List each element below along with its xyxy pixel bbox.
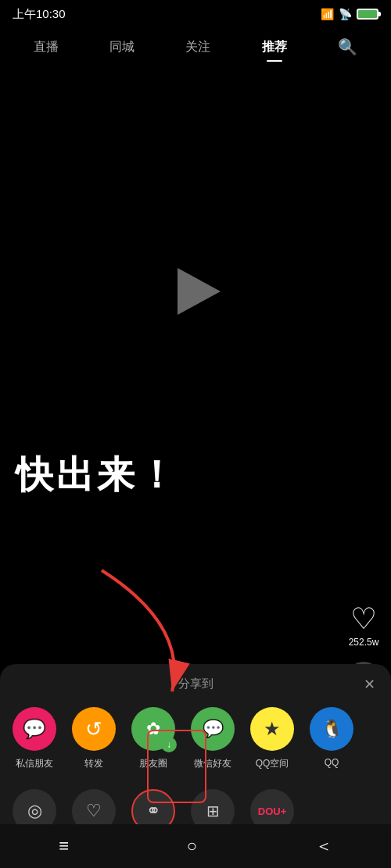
- repost-label: 转发: [84, 757, 103, 770]
- share-item-qqzone[interactable]: ★ QQ空间: [250, 707, 294, 770]
- bottom-nav-back[interactable]: ＜: [303, 828, 345, 864]
- nav-item-follow[interactable]: 关注: [179, 36, 217, 59]
- moments-label: 朋友圈: [139, 757, 167, 770]
- search-icon[interactable]: 🔍: [332, 34, 364, 59]
- bottom-nav-home[interactable]: ○: [174, 830, 210, 863]
- status-icons: 📶 📡: [321, 8, 378, 20]
- share-item-private-message[interactable]: 💬 私信朋友: [13, 707, 56, 770]
- video-title: 快出来！: [16, 450, 178, 500]
- qq-label: QQ: [325, 757, 339, 768]
- repost-icon: ↺: [72, 707, 116, 751]
- nav-item-nearby[interactable]: 同城: [103, 36, 141, 59]
- share-item-wechat[interactable]: 💬 微信好友: [191, 707, 235, 770]
- nav-item-recommend[interactable]: 推荐: [256, 36, 293, 59]
- share-item-repost[interactable]: ↺ 转发: [72, 707, 116, 770]
- like-count: 252.5w: [349, 637, 379, 648]
- top-nav: 直播 同城 关注 推荐 🔍: [0, 28, 391, 66]
- status-time: 上午10:30: [13, 7, 66, 22]
- share-item-qq[interactable]: 🐧 QQ: [310, 707, 353, 770]
- nav-item-live[interactable]: 直播: [27, 36, 65, 59]
- qqzone-label: QQ空间: [256, 757, 289, 770]
- moments-icon: ✿ ↓: [131, 707, 175, 751]
- share-header: 分享到 ✕: [0, 677, 391, 691]
- share-close-button[interactable]: ✕: [364, 676, 375, 693]
- heart-icon: ♡: [350, 604, 377, 634]
- wechat-label: 微信好友: [194, 757, 231, 770]
- status-bar: 上午10:30 📶 📡: [0, 0, 391, 28]
- signal-icon: 📶: [321, 8, 334, 20]
- share-icons-row: 💬 私信朋友 ↺ 转发 ✿ ↓ 朋友圈 💬: [0, 707, 391, 770]
- qq-icon: 🐧: [310, 707, 353, 751]
- share-title: 分享到: [178, 677, 213, 691]
- wechat-icon: 💬: [191, 707, 235, 751]
- private-message-icon: 💬: [13, 707, 56, 751]
- share-item-moments[interactable]: ✿ ↓ 朋友圈: [131, 707, 175, 770]
- battery-icon: [357, 9, 378, 20]
- qqzone-icon: ★: [250, 707, 294, 751]
- play-triangle-icon: [178, 268, 221, 315]
- private-message-label: 私信朋友: [16, 757, 53, 770]
- bottom-nav-menu[interactable]: ≡: [46, 830, 81, 863]
- play-button[interactable]: [168, 264, 223, 319]
- like-button[interactable]: ♡ 252.5w: [349, 604, 379, 648]
- video-area[interactable]: 快出来！: [0, 0, 391, 594]
- bottom-nav: ≡ ○ ＜: [0, 824, 391, 868]
- wifi-icon: 📡: [339, 8, 352, 20]
